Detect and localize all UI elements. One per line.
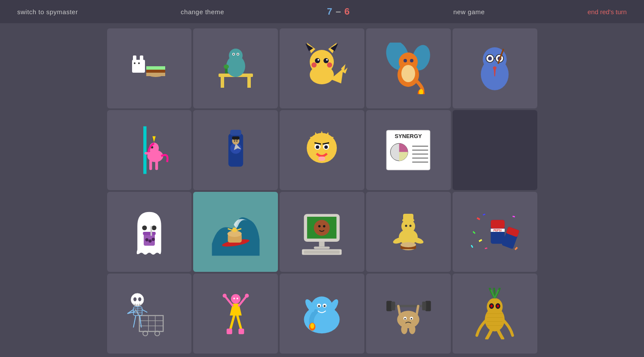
card-2[interactable] [280, 28, 364, 108]
svg-rect-95 [143, 232, 156, 235]
svg-point-175 [237, 298, 238, 299]
svg-point-96 [145, 238, 148, 241]
card-10[interactable] [107, 192, 192, 272]
svg-rect-137 [515, 247, 518, 250]
svg-rect-139 [485, 247, 487, 249]
svg-rect-187 [387, 301, 392, 311]
svg-point-29 [326, 59, 328, 61]
svg-rect-136 [512, 215, 515, 217]
svg-point-98 [151, 238, 154, 241]
svg-rect-8 [146, 73, 165, 76]
game-grid: SYNERGY [107, 28, 537, 354]
card-5[interactable] [107, 110, 192, 190]
svg-point-110 [323, 225, 326, 228]
svg-line-162 [133, 316, 136, 328]
svg-rect-127 [491, 220, 505, 228]
svg-point-92 [142, 225, 147, 230]
svg-rect-173 [238, 329, 244, 334]
svg-rect-53 [143, 126, 146, 174]
blue-score: 7 [327, 6, 333, 17]
svg-line-69 [234, 140, 235, 140]
svg-point-181 [311, 323, 314, 329]
svg-point-40 [401, 65, 415, 82]
card-0[interactable] [107, 28, 192, 108]
svg-rect-133 [483, 214, 485, 215]
svg-rect-111 [319, 242, 325, 246]
switch-to-spymaster-button[interactable]: switch to spymaster [17, 8, 78, 15]
svg-line-151 [135, 304, 136, 306]
score-display: 7–6 [327, 6, 351, 17]
svg-rect-57 [149, 160, 152, 170]
svg-point-31 [327, 62, 332, 68]
svg-rect-59 [145, 152, 151, 155]
svg-marker-56 [152, 136, 155, 142]
svg-rect-99 [151, 226, 152, 236]
svg-point-68 [236, 141, 237, 142]
svg-rect-132 [477, 217, 480, 220]
svg-point-80 [324, 145, 328, 149]
svg-rect-0 [132, 60, 145, 73]
card-6[interactable] [193, 110, 278, 190]
svg-point-199 [409, 325, 416, 334]
svg-rect-112 [314, 246, 330, 249]
card-1[interactable] [193, 28, 278, 108]
svg-rect-135 [479, 239, 482, 242]
svg-rect-189 [425, 301, 431, 311]
card-15[interactable] [107, 274, 192, 354]
svg-point-169 [245, 294, 249, 298]
svg-point-26 [315, 58, 320, 63]
svg-point-28 [317, 59, 319, 61]
svg-rect-10 [221, 77, 224, 88]
svg-point-93 [151, 225, 156, 230]
svg-point-109 [318, 225, 321, 228]
svg-point-194 [404, 318, 406, 320]
svg-rect-114 [304, 250, 340, 253]
svg-point-3 [134, 62, 136, 64]
svg-point-123 [401, 242, 416, 247]
svg-point-209 [497, 305, 499, 307]
svg-point-79 [316, 145, 319, 149]
svg-point-19 [224, 65, 229, 69]
svg-point-150 [138, 297, 141, 301]
svg-point-4 [138, 62, 140, 64]
svg-point-108 [314, 220, 330, 236]
svg-line-141 [136, 310, 139, 316]
svg-point-21 [310, 50, 334, 74]
card-13[interactable] [366, 192, 451, 272]
card-9[interactable] [453, 110, 537, 190]
svg-rect-83 [318, 157, 325, 161]
card-4[interactable] [453, 28, 537, 108]
card-8[interactable]: SYNERGY [366, 110, 451, 190]
card-14[interactable]: PEPSI [453, 192, 537, 272]
card-17[interactable] [280, 274, 364, 354]
svg-line-196 [398, 306, 401, 317]
svg-point-48 [488, 56, 492, 60]
svg-line-161 [142, 310, 147, 312]
svg-point-39 [410, 59, 413, 62]
svg-rect-66 [232, 136, 239, 139]
svg-point-13 [229, 49, 243, 62]
new-game-button[interactable]: new game [453, 8, 485, 15]
card-19[interactable] [453, 274, 537, 354]
card-7[interactable] [280, 110, 364, 190]
svg-rect-140 [139, 316, 163, 332]
svg-point-125 [410, 225, 412, 227]
end-turn-button[interactable]: end red's turn [588, 8, 627, 15]
change-theme-button[interactable]: change theme [181, 8, 224, 15]
svg-rect-172 [226, 329, 232, 334]
card-12[interactable] [280, 192, 364, 272]
svg-point-168 [222, 294, 226, 298]
card-18[interactable] [366, 274, 451, 354]
card-3[interactable] [366, 28, 451, 108]
svg-point-124 [405, 225, 407, 227]
svg-text:SYNERGY: SYNERGY [395, 133, 422, 139]
card-11[interactable] [193, 192, 278, 272]
svg-point-97 [148, 240, 151, 243]
svg-point-27 [324, 58, 329, 63]
svg-point-184 [318, 305, 320, 307]
svg-point-164 [231, 294, 240, 304]
svg-rect-188 [391, 302, 395, 310]
svg-point-185 [324, 305, 326, 307]
card-16[interactable] [193, 274, 278, 354]
svg-point-38 [404, 59, 407, 62]
